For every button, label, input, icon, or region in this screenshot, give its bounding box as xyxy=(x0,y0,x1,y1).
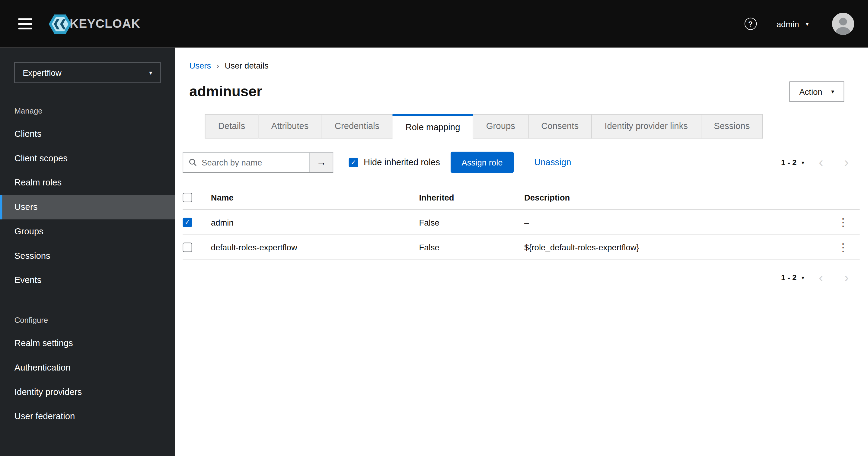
nav-section-label-configure: Configure xyxy=(0,316,175,324)
nav-toggle-button[interactable] xyxy=(15,12,36,36)
help-button[interactable]: ? xyxy=(744,18,756,30)
nav-section-label-manage: Manage xyxy=(0,106,175,115)
sidebar-item-users[interactable]: Users xyxy=(0,195,175,220)
breadcrumb-current: User details xyxy=(224,61,268,70)
pagination-range-text: 1 - 2 xyxy=(781,273,797,282)
chevron-down-icon: ▾ xyxy=(806,20,809,27)
page-title: adminuser xyxy=(189,83,262,100)
breadcrumb: Users › User details xyxy=(175,61,868,70)
search-icon xyxy=(189,158,196,167)
tab-attributes[interactable]: Attributes xyxy=(258,114,322,139)
sidebar-item-groups[interactable]: Groups xyxy=(0,219,175,244)
table-header-row: ✓ Name Inherited Description xyxy=(183,185,860,210)
chevron-down-icon: ▾ xyxy=(802,159,804,165)
row-checkbox[interactable]: ✓ xyxy=(183,218,192,227)
tab-sessions[interactable]: Sessions xyxy=(701,114,763,139)
role-inherited: False xyxy=(419,242,524,252)
sidebar-item-events[interactable]: Events xyxy=(0,268,175,293)
user-menu-button[interactable]: admin ▾ xyxy=(777,19,809,28)
masthead-right: ? admin ▾ xyxy=(744,13,854,35)
pagination-range-dropdown[interactable]: 1 - 2 ▾ xyxy=(781,273,804,282)
sidebar-item-sessions[interactable]: Sessions xyxy=(0,244,175,268)
row-checkbox[interactable]: ✓ xyxy=(183,242,192,252)
pagination-next-button[interactable]: › xyxy=(838,155,855,169)
check-icon: ✓ xyxy=(351,159,356,166)
role-name: admin xyxy=(211,218,419,227)
table-row: ✓ default-roles-expertflow False ${role_… xyxy=(183,235,860,260)
nav-section-configure: Configure Realm settings Authentication … xyxy=(0,316,175,429)
sidebar-item-clients[interactable]: Clients xyxy=(0,122,175,146)
tabs: Details Attributes Credentials Role mapp… xyxy=(205,114,868,139)
hide-inherited-checkbox[interactable]: ✓ xyxy=(349,158,358,167)
column-header-description: Description xyxy=(524,192,826,202)
action-dropdown-label: Action xyxy=(799,87,822,96)
select-all-checkbox[interactable]: ✓ xyxy=(183,192,192,202)
masthead: KEYCLOAK ? admin ▾ xyxy=(0,0,868,48)
role-inherited: False xyxy=(419,218,524,227)
table-row: ✓ admin False – ⋮ xyxy=(183,210,860,235)
chevron-down-icon: ▾ xyxy=(149,69,152,76)
hide-inherited-label: Hide inherited roles xyxy=(364,157,440,167)
row-kebab-menu-button[interactable]: ⋮ xyxy=(833,215,852,230)
pagination-top: 1 - 2 ▾ ‹ › xyxy=(781,155,855,169)
hide-inherited-toggle[interactable]: ✓ Hide inherited roles xyxy=(349,157,440,167)
realm-selector[interactable]: Expertflow ▾ xyxy=(14,62,161,83)
sidebar-item-realm-settings[interactable]: Realm settings xyxy=(0,331,175,356)
tab-identity-provider-links[interactable]: Identity provider links xyxy=(592,114,701,139)
pagination-prev-button[interactable]: ‹ xyxy=(812,271,830,284)
role-description: – xyxy=(524,218,826,227)
search-group: → xyxy=(183,152,333,172)
sidebar-item-user-federation[interactable]: User federation xyxy=(0,404,175,429)
tab-details[interactable]: Details xyxy=(205,114,259,139)
keycloak-brand: KEYCLOAK xyxy=(49,14,140,33)
sidebar-item-authentication[interactable]: Authentication xyxy=(0,356,175,380)
brand-wordmark: KEYCLOAK xyxy=(70,17,140,31)
search-input[interactable] xyxy=(202,158,304,167)
breadcrumb-users-link[interactable]: Users xyxy=(189,61,211,70)
pagination-range-dropdown[interactable]: 1 - 2 ▾ xyxy=(781,158,804,167)
column-header-name: Name xyxy=(211,192,419,202)
title-row: adminuser Action ▾ xyxy=(175,82,868,102)
pagination-prev-button[interactable]: ‹ xyxy=(812,155,830,169)
pagination-range-text: 1 - 2 xyxy=(781,158,797,167)
sidebar-item-client-scopes[interactable]: Client scopes xyxy=(0,146,175,171)
row-kebab-menu-button[interactable]: ⋮ xyxy=(833,239,852,255)
role-mapping-toolbar: → ✓ Hide inherited roles Assign role Una… xyxy=(183,152,855,173)
hamburger-menu-icon xyxy=(19,18,32,30)
tab-role-mapping[interactable]: Role mapping xyxy=(393,114,473,139)
pagination-bottom: 1 - 2 ▾ ‹ › xyxy=(175,271,855,284)
unassign-link[interactable]: Unassign xyxy=(534,157,571,167)
column-header-inherited: Inherited xyxy=(419,192,524,202)
avatar[interactable] xyxy=(832,13,854,35)
action-dropdown-button[interactable]: Action ▾ xyxy=(789,82,844,102)
sidebar-item-realm-roles[interactable]: Realm roles xyxy=(0,171,175,195)
help-icon: ? xyxy=(744,18,756,30)
sidebar-item-identity-providers[interactable]: Identity providers xyxy=(0,380,175,404)
user-avatar-icon xyxy=(832,13,854,35)
check-icon: ✓ xyxy=(185,219,190,226)
search-submit-button[interactable]: → xyxy=(310,152,333,172)
breadcrumb-separator-icon: › xyxy=(216,61,219,70)
keycloak-admin-console: KEYCLOAK ? admin ▾ Expertflow xyxy=(0,0,868,456)
nav-section-manage: Manage Clients Client scopes Realm roles… xyxy=(0,106,175,292)
chevron-down-icon: ▾ xyxy=(802,275,804,281)
search-input-wrapper xyxy=(183,152,310,172)
assign-role-button[interactable]: Assign role xyxy=(451,152,514,173)
keycloak-logo-icon xyxy=(49,14,71,33)
username: admin xyxy=(777,19,799,28)
sidebar: Expertflow ▾ Manage Clients Client scope… xyxy=(0,48,175,456)
chevron-down-icon: ▾ xyxy=(831,88,834,95)
realm-name: Expertflow xyxy=(23,68,61,77)
tab-groups[interactable]: Groups xyxy=(473,114,528,139)
roles-table: ✓ Name Inherited Description ✓ admin Fal… xyxy=(183,185,860,260)
role-description: ${role_default-roles-expertflow} xyxy=(524,242,826,252)
pagination-next-button[interactable]: › xyxy=(838,271,855,284)
main-content: Users › User details adminuser Action ▾ … xyxy=(175,48,868,456)
tab-credentials[interactable]: Credentials xyxy=(322,114,393,139)
tab-consents[interactable]: Consents xyxy=(528,114,592,139)
role-name: default-roles-expertflow xyxy=(211,242,419,252)
arrow-right-icon: → xyxy=(316,156,326,168)
